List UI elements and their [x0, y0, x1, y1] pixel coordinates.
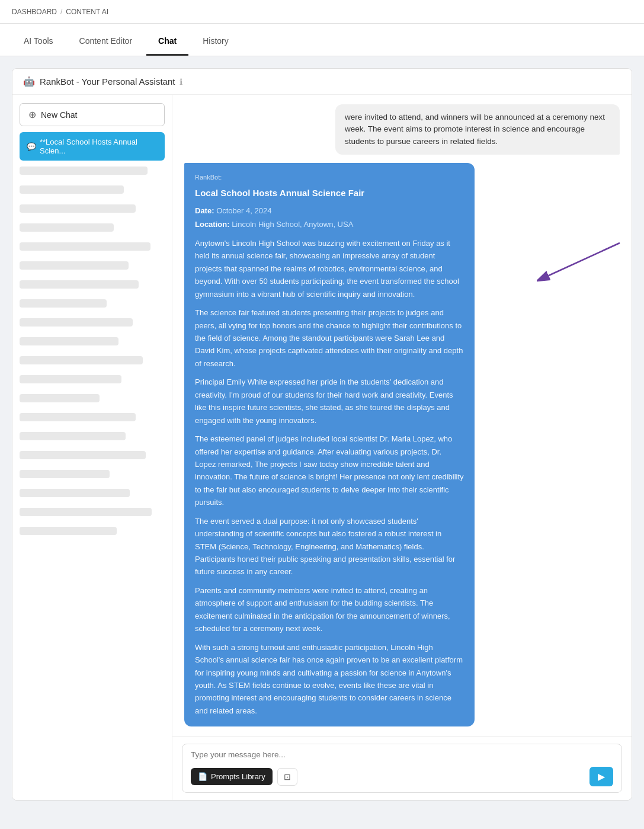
list-item — [20, 432, 126, 440]
tabs-bar: AI Tools Content Editor Chat History — [0, 24, 644, 56]
tab-ai-tools[interactable]: AI Tools — [12, 28, 65, 56]
chat-icon: 💬 — [27, 142, 36, 151]
date-value-text: October 4, 2024 — [216, 206, 271, 215]
info-icon[interactable]: ℹ — [180, 77, 182, 87]
list-item — [20, 280, 139, 289]
chat-sidebar: ⊕ New Chat 💬 **Local School Hosts Annual… — [12, 95, 172, 800]
paragraph-1: Anytown's Lincoln High School was buzzin… — [195, 237, 464, 300]
breadcrumb-current: CONTENT AI — [66, 8, 108, 16]
chat-header: 🤖 RankBot - Your Personal Assistant ℹ — [12, 69, 632, 95]
message-input[interactable] — [191, 750, 613, 762]
location-meta: Location: Lincoln High School, Anytown, … — [195, 219, 464, 231]
chat-container: 🤖 RankBot - Your Personal Assistant ℹ ⊕ … — [12, 68, 632, 801]
input-row: 📄 Prompts Library ⊡ ▶ — [182, 744, 622, 793]
list-item — [20, 527, 117, 535]
list-item — [20, 223, 114, 232]
bot-label: RankBot: — [195, 172, 464, 183]
list-item — [20, 413, 136, 421]
date-meta: Date: October 4, 2024 — [195, 205, 464, 217]
list-item — [20, 167, 148, 175]
bot-message: RankBot: Local School Hosts Annual Scien… — [184, 163, 475, 727]
paragraph-3: Principal Emily White expressed her prid… — [195, 376, 464, 427]
input-toolbar: 📄 Prompts Library ⊡ ▶ — [191, 767, 613, 786]
new-chat-button[interactable]: ⊕ New Chat — [20, 103, 165, 126]
tab-history[interactable]: History — [191, 28, 241, 56]
list-item — [20, 242, 150, 251]
list-item — [20, 489, 130, 497]
paragraph-7: With such a strong turnout and enthusias… — [195, 641, 464, 718]
active-chat-label: **Local School Hosts Annual Scien... — [40, 137, 158, 155]
input-tools-left: 📄 Prompts Library ⊡ — [191, 768, 297, 786]
tab-chat[interactable]: Chat — [146, 28, 188, 56]
tab-content-editor[interactable]: Content Editor — [68, 28, 145, 56]
active-chat-item[interactable]: 💬 **Local School Hosts Annual Scien... — [20, 132, 165, 161]
list-item — [20, 318, 133, 327]
user-message: were invited to attend, and winners will… — [335, 104, 620, 155]
paragraph-6: Parents and community members were invit… — [195, 584, 464, 635]
list-item — [20, 356, 143, 364]
chat-header-title: RankBot - Your Personal Assistant — [40, 76, 175, 87]
article-title: Local School Hosts Annual Science Fair — [195, 186, 464, 200]
list-item — [20, 470, 110, 478]
paragraph-5: The event served a dual purpose: it not … — [195, 515, 464, 578]
expand-icon: ⊡ — [284, 772, 291, 782]
chat-main: were invited to attend, and winners will… — [172, 95, 632, 800]
location-value-text: Lincoln High School, Anytown, USA — [232, 220, 353, 229]
chat-body: ⊕ New Chat 💬 **Local School Hosts Annual… — [12, 95, 632, 800]
location-label: Location: — [195, 220, 230, 229]
prompts-library-button[interactable]: 📄 Prompts Library — [191, 768, 273, 785]
breadcrumb: DASHBOARD / CONTENT AI — [12, 8, 108, 16]
breadcrumb-sep: / — [60, 8, 62, 16]
main-content: 🤖 RankBot - Your Personal Assistant ℹ ⊕ … — [0, 56, 644, 812]
robot-icon: 🤖 — [23, 76, 35, 87]
list-item — [20, 337, 118, 345]
chat-messages: were invited to attend, and winners will… — [172, 95, 632, 736]
plus-icon: ⊕ — [28, 109, 36, 120]
list-item — [20, 204, 136, 213]
date-label: Date: — [195, 206, 214, 215]
top-bar: DASHBOARD / CONTENT AI — [0, 0, 644, 24]
list-item — [20, 261, 129, 270]
chat-input-area: 📄 Prompts Library ⊡ ▶ — [172, 736, 632, 800]
list-item — [20, 299, 107, 308]
book-icon: 📄 — [198, 772, 207, 781]
list-item — [20, 451, 146, 459]
paragraph-4: The esteemed panel of judges included lo… — [195, 433, 464, 509]
list-item — [20, 508, 152, 516]
new-chat-label: New Chat — [41, 110, 77, 120]
paragraph-2: The science fair featured students prese… — [195, 306, 464, 370]
prompts-library-label: Prompts Library — [211, 772, 265, 781]
expand-button[interactable]: ⊡ — [277, 768, 297, 786]
send-icon: ▶ — [598, 771, 605, 782]
send-button[interactable]: ▶ — [589, 767, 613, 786]
list-item — [20, 185, 124, 194]
list-item — [20, 394, 100, 402]
list-item — [20, 375, 121, 383]
breadcrumb-dashboard: DASHBOARD — [12, 8, 57, 16]
